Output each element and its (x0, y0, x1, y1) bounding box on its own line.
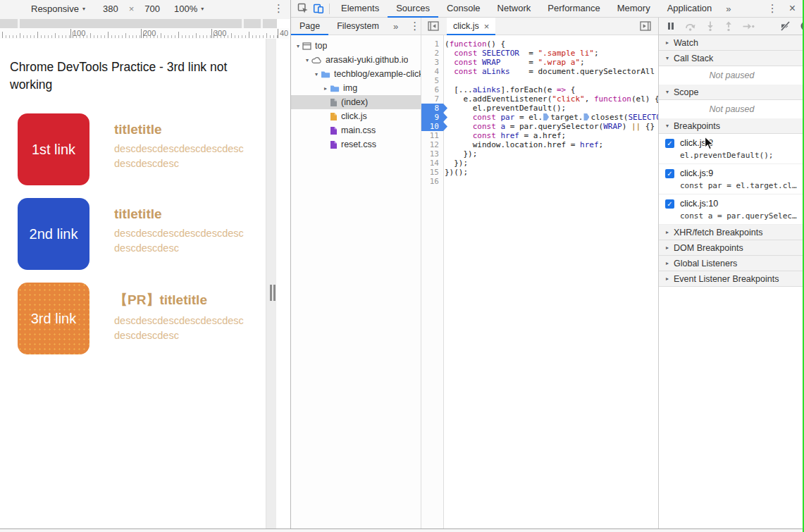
link-title[interactable]: 【PR】titletitle (114, 291, 244, 309)
device-zoom-dropdown[interactable]: 100% ▾ (174, 4, 204, 14)
link-description: descdescdescdescdescdesc descdescdesc (114, 314, 244, 343)
line-number[interactable]: 15 (421, 168, 443, 177)
line-number[interactable]: 3 (421, 58, 443, 67)
tab-elements[interactable]: Elements (333, 0, 388, 18)
tree-item-label: top (315, 41, 327, 51)
code-token (445, 131, 473, 140)
line-number[interactable]: 7 (421, 94, 443, 104)
tab-application[interactable]: Application (659, 0, 721, 18)
step-into-icon[interactable] (706, 21, 715, 31)
code-token: ].forEach(e (501, 85, 557, 94)
tab-sources[interactable]: Sources (388, 0, 438, 18)
tab-performance[interactable]: Performance (539, 0, 608, 18)
section-header-event-listener-breakpoints[interactable]: ▸Event Listener Breakpoints (659, 271, 804, 287)
device-width-field[interactable]: 380 (103, 4, 118, 14)
page-link-item[interactable]: 3rd link【PR】titletitledescdescdescdescde… (18, 283, 250, 354)
toggle-debugger-sidebar-icon[interactable] (638, 19, 653, 33)
devtools-close-icon[interactable]: × (782, 2, 804, 15)
file-tree-item[interactable]: main.css (291, 123, 421, 137)
inline-breakpoint-marker[interactable] (543, 113, 549, 120)
section-header-breakpoints[interactable]: ▾Breakpoints (659, 118, 804, 134)
line-number[interactable]: 8 (421, 104, 443, 113)
tree-expand-arrow-icon[interactable]: ▾ (312, 71, 321, 78)
line-number[interactable]: 10 (421, 122, 443, 131)
collapse-navigator-icon[interactable] (426, 19, 441, 33)
code-token: WRAP (482, 58, 501, 67)
line-number[interactable]: 6 (421, 85, 443, 94)
step-icon[interactable] (743, 23, 755, 30)
debugger-sidebar: ▸Watch▾Call StackNot paused▾ScopeNot pau… (658, 35, 804, 532)
tree-expand-arrow-icon[interactable]: ▾ (294, 43, 302, 49)
pause-icon[interactable] (667, 22, 675, 30)
page-link-item[interactable]: 1st linktitletitledescdescdescdescdescde… (18, 113, 250, 185)
editor-tab-clickjs[interactable]: click.js × (447, 18, 495, 35)
section-header-watch[interactable]: ▸Watch (659, 35, 804, 51)
code-token: (el) { (631, 94, 658, 104)
code-token: ) (622, 122, 631, 131)
file-tree-item[interactable]: ▾top (291, 39, 421, 53)
line-number[interactable]: 12 (421, 140, 443, 149)
code-line: })(); (445, 168, 658, 177)
tab-network[interactable]: Network (489, 0, 540, 18)
page-link-item[interactable]: 2nd linktitletitledescdescdescdescdescde… (18, 198, 250, 270)
breakpoint-checkbox[interactable]: ✓ (665, 139, 674, 148)
device-mode-dropdown[interactable]: Responsive ▾ (31, 4, 85, 14)
line-number[interactable]: 4 (421, 67, 443, 76)
inspect-element-icon[interactable] (295, 1, 311, 16)
line-number[interactable]: 2 (421, 49, 443, 58)
line-number[interactable]: 5 (421, 76, 443, 85)
breakpoint-entry[interactable]: ✓click.js:8el.preventDefault(); (659, 134, 804, 164)
line-number[interactable]: 11 (421, 131, 443, 140)
line-number[interactable]: 16 (421, 177, 443, 186)
section-header-scope[interactable]: ▾Scope (659, 85, 804, 100)
deactivate-breakpoints-icon[interactable] (780, 21, 791, 31)
navigator-tab-page[interactable]: Page (291, 18, 328, 35)
section-header-dom-breakpoints[interactable]: ▸DOM Breakpoints (659, 240, 804, 256)
line-number[interactable]: 9 (421, 113, 443, 122)
device-resize-handle[interactable] (270, 285, 277, 301)
file-tree-item[interactable]: ▸img (291, 81, 421, 95)
file-tree-item[interactable]: ▾arasaki-yuki.github.io (291, 53, 421, 67)
code-token: ; (580, 58, 585, 67)
line-number[interactable]: 1 (421, 39, 443, 49)
media-query-bar[interactable] (0, 19, 277, 28)
device-height-field[interactable]: 700 (144, 4, 160, 14)
step-out-icon[interactable] (724, 21, 733, 31)
file-tree-item[interactable]: (index) (291, 95, 421, 109)
editor-tabbar: click.js × (421, 18, 658, 35)
more-tabs-icon[interactable]: » (720, 4, 736, 14)
toggle-device-toolbar-icon[interactable] (311, 1, 326, 16)
section-header-global-listeners[interactable]: ▸Global Listeners (659, 256, 804, 271)
link-title[interactable]: titletitle (114, 206, 244, 222)
page-scrollbar[interactable] (266, 39, 276, 528)
section-header-call-stack[interactable]: ▾Call Stack (659, 51, 804, 66)
tab-console[interactable]: Console (438, 0, 489, 18)
close-tab-icon[interactable]: × (484, 21, 490, 32)
tree-expand-arrow-icon[interactable]: ▸ (321, 85, 330, 92)
navigator-more-tabs-icon[interactable]: » (388, 21, 404, 32)
file-tree-item[interactable]: click.js (291, 109, 421, 123)
line-number[interactable]: 14 (421, 159, 443, 168)
breakpoint-entry[interactable]: ✓click.js:9const par = el.target.cl… (659, 164, 804, 194)
step-over-icon[interactable] (685, 22, 696, 31)
line-number[interactable]: 13 (421, 149, 443, 159)
devtools-menu-icon[interactable]: ⋮ (763, 3, 782, 14)
breakpoint-checkbox[interactable]: ✓ (665, 169, 674, 178)
code-token: const (454, 58, 477, 67)
code-token: target. (550, 113, 583, 122)
breakpoint-code-snippet: const a = par.querySelec… (680, 211, 800, 221)
file-tree-item[interactable]: reset.css (291, 137, 421, 151)
inline-breakpoint-marker[interactable] (583, 113, 589, 120)
file-tree-item[interactable]: ▾techblog/example-click (291, 67, 421, 81)
tab-memory[interactable]: Memory (609, 0, 659, 18)
link-title[interactable]: titletitle (114, 122, 244, 137)
breakpoint-entry[interactable]: ✓click.js:10const a = par.querySelec… (659, 194, 804, 225)
navigator-tab-filesystem[interactable]: Filesystem (328, 18, 388, 35)
link-text-block: titletitledescdescdescdescdescdesc descd… (114, 113, 244, 185)
media-bar-notch (242, 19, 244, 28)
device-options-menu-icon[interactable]: ⋮ (273, 3, 284, 14)
tree-expand-arrow-icon[interactable]: ▾ (303, 57, 311, 63)
section-header-xhr-fetch-breakpoints[interactable]: ▸XHR/fetch Breakpoints (659, 225, 804, 240)
breakpoint-checkbox[interactable]: ✓ (665, 199, 674, 209)
breakpoint-entry-header: ✓click.js:9 (665, 168, 800, 178)
